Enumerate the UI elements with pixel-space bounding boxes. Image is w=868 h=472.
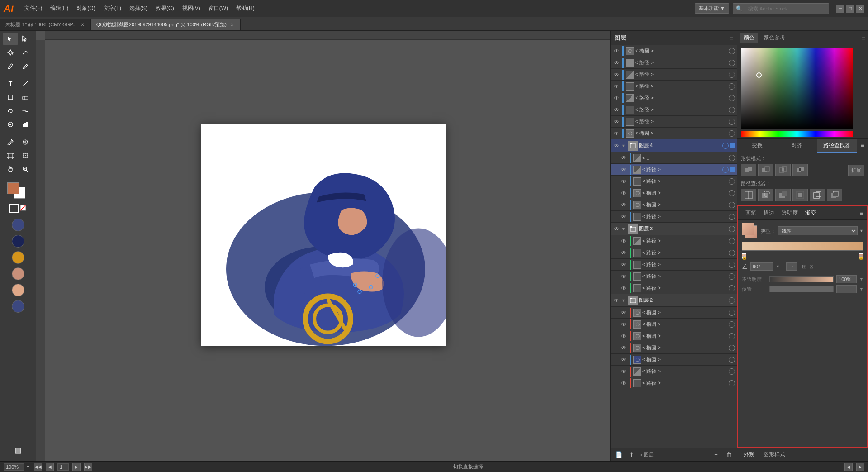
layer-target-btn[interactable] bbox=[729, 285, 735, 291]
layers-list[interactable]: 👁 ◯ < 椭圆 > 👁 < 路径 > 👁 < 路径 > bbox=[611, 45, 737, 448]
layer-item[interactable]: 👁 < 路径 > bbox=[611, 176, 737, 187]
visibility-icon[interactable]: 👁 bbox=[612, 71, 621, 79]
canvas-area[interactable] bbox=[36, 31, 610, 461]
trim-btn[interactable] bbox=[758, 189, 773, 201]
angle-input[interactable] bbox=[750, 262, 773, 271]
visibility-icon[interactable]: 👁 bbox=[620, 332, 628, 340]
warp-tool[interactable] bbox=[18, 105, 33, 117]
opacity-slider[interactable] bbox=[769, 276, 834, 282]
visibility-icon[interactable]: 👁 bbox=[612, 118, 621, 126]
layer-target-btn[interactable] bbox=[729, 226, 735, 232]
canvas-document[interactable] bbox=[201, 124, 446, 346]
visibility-icon[interactable]: 👁 bbox=[620, 249, 628, 257]
layer-item[interactable]: 👁 < 路径 > bbox=[611, 69, 737, 81]
visibility-icon[interactable]: 👁 bbox=[612, 142, 621, 150]
visibility-icon[interactable]: 👁 bbox=[620, 272, 628, 281]
layers-release-btn[interactable]: ⬆ bbox=[627, 450, 636, 459]
color-ref-tab[interactable]: 颜色参考 bbox=[760, 33, 789, 43]
eraser-tool[interactable] bbox=[18, 91, 33, 104]
barchart-tool[interactable] bbox=[18, 118, 33, 131]
layer-group-2[interactable]: 👁 ▼ 图层 2 bbox=[611, 294, 737, 307]
hand-tool[interactable] bbox=[3, 163, 18, 176]
layer-item[interactable]: 👁 ◯ < 椭圆 > bbox=[611, 330, 737, 342]
layer-target-btn[interactable] bbox=[729, 250, 735, 256]
visibility-icon[interactable]: 👁 bbox=[612, 225, 621, 233]
color-circle-5[interactable] bbox=[12, 284, 24, 296]
menu-type[interactable]: 文字(T) bbox=[100, 3, 125, 14]
pen-tool[interactable] bbox=[3, 46, 18, 59]
expand-arrow[interactable]: ▼ bbox=[621, 298, 627, 303]
selection-tool[interactable] bbox=[3, 33, 18, 45]
gradient-bar[interactable] bbox=[742, 242, 863, 251]
color-circle-6[interactable] bbox=[12, 300, 24, 313]
direct-select-tool[interactable] bbox=[18, 33, 33, 45]
intersect-btn[interactable] bbox=[775, 164, 791, 176]
menu-file[interactable]: 文件(F) bbox=[21, 3, 46, 14]
layer-target-btn[interactable] bbox=[729, 119, 735, 125]
visibility-icon[interactable]: 👁 bbox=[620, 344, 628, 352]
visibility-icon[interactable]: 👁 bbox=[620, 284, 628, 292]
hue-bar[interactable] bbox=[741, 131, 853, 137]
position-dropdown[interactable]: ▼ bbox=[859, 287, 863, 291]
layer-target-btn[interactable] bbox=[729, 345, 735, 351]
gradient-menu[interactable]: ≡ bbox=[860, 210, 863, 217]
opacity-dropdown[interactable]: ▼ bbox=[859, 277, 863, 281]
layer-target-btn[interactable] bbox=[729, 202, 735, 208]
layer-target-btn[interactable] bbox=[729, 178, 735, 185]
visibility-icon[interactable]: 👁 bbox=[620, 367, 628, 376]
tab-0-close[interactable]: ✕ bbox=[80, 22, 85, 27]
slice-tool[interactable] bbox=[18, 149, 33, 162]
layer-item[interactable]: 👁 < 路径 > bbox=[611, 271, 737, 282]
color-panel-menu[interactable]: ≡ bbox=[862, 34, 865, 42]
layer-target-btn[interactable] bbox=[722, 167, 729, 173]
foreground-color-swatch[interactable] bbox=[7, 182, 19, 194]
pathfinder-menu[interactable]: ≡ bbox=[857, 139, 868, 153]
layer-item[interactable]: 👁 ◯ < 椭圆 > bbox=[611, 354, 737, 366]
zoom-tool[interactable] bbox=[18, 163, 33, 176]
bloat-tool[interactable] bbox=[18, 136, 33, 148]
menu-help[interactable]: 帮助(H) bbox=[232, 3, 258, 14]
artboard-left-btn[interactable]: ◀ bbox=[844, 463, 853, 471]
rect-tool[interactable] bbox=[3, 91, 18, 104]
expand-arrow[interactable]: ▼ bbox=[621, 143, 627, 148]
layer-item[interactable]: 👁 ◯ < 椭圆 > bbox=[611, 128, 737, 139]
artboard-right-btn[interactable]: ▶ bbox=[856, 463, 864, 471]
visibility-icon[interactable]: 👁 bbox=[620, 213, 628, 221]
tab-0[interactable]: 未标题-1* @ 100% (CMYK/GP... ✕ bbox=[0, 19, 91, 30]
layer-item[interactable]: 👁 < 路径 > bbox=[611, 116, 737, 128]
color-spectrum[interactable] bbox=[741, 48, 853, 129]
layer-target-btn[interactable] bbox=[729, 321, 735, 328]
layer-item[interactable]: 👁 < 路径 > bbox=[611, 235, 737, 247]
symbolspray-tool[interactable] bbox=[3, 118, 18, 131]
visibility-icon[interactable]: 👁 bbox=[620, 189, 628, 197]
opacity-input[interactable] bbox=[836, 275, 857, 283]
expand-arrow[interactable]: ▼ bbox=[621, 227, 627, 231]
visibility-icon[interactable]: 👁 bbox=[612, 129, 621, 138]
search-input[interactable] bbox=[745, 5, 826, 13]
visibility-icon[interactable]: 👁 bbox=[612, 82, 621, 91]
minimize-btn[interactable]: ─ bbox=[836, 5, 844, 13]
layers-new-sublayer-btn[interactable]: 📄 bbox=[614, 450, 623, 459]
pathfinder-tab[interactable]: 路径查找器 bbox=[817, 139, 857, 153]
layer-item[interactable]: 👁 ◯ < 椭圆 > bbox=[611, 319, 737, 330]
layer-item[interactable]: 👁 < 路径 > bbox=[611, 282, 737, 294]
layer-item[interactable]: 👁 ◯ < 椭圆 > bbox=[611, 342, 737, 354]
eyedropper-tool[interactable] bbox=[3, 136, 18, 148]
outline-btn[interactable] bbox=[810, 189, 825, 201]
tab-1-close[interactable]: ✕ bbox=[229, 22, 235, 27]
close-btn[interactable]: ✕ bbox=[856, 5, 864, 13]
type-tool[interactable]: T bbox=[3, 77, 18, 90]
visibility-icon[interactable]: 👁 bbox=[612, 94, 621, 102]
next-btn[interactable]: ▶ bbox=[72, 463, 81, 471]
layer-item[interactable]: 👁 ◯ < 椭圆 > bbox=[611, 45, 737, 57]
artboard-tool[interactable] bbox=[3, 149, 18, 162]
none-swatch[interactable] bbox=[19, 204, 27, 211]
visibility-icon[interactable]: 👁 bbox=[612, 47, 621, 55]
layer-item[interactable]: 👁 < ... bbox=[611, 152, 737, 164]
expand-btn[interactable]: 扩展 bbox=[848, 165, 864, 176]
layer-target-btn[interactable] bbox=[729, 72, 735, 78]
position-input[interactable] bbox=[836, 285, 857, 293]
gradient-type-select[interactable]: 线性 bbox=[778, 226, 858, 235]
gradient-tab-active[interactable]: 渐变 bbox=[802, 208, 820, 218]
brush-tool[interactable] bbox=[3, 60, 18, 72]
